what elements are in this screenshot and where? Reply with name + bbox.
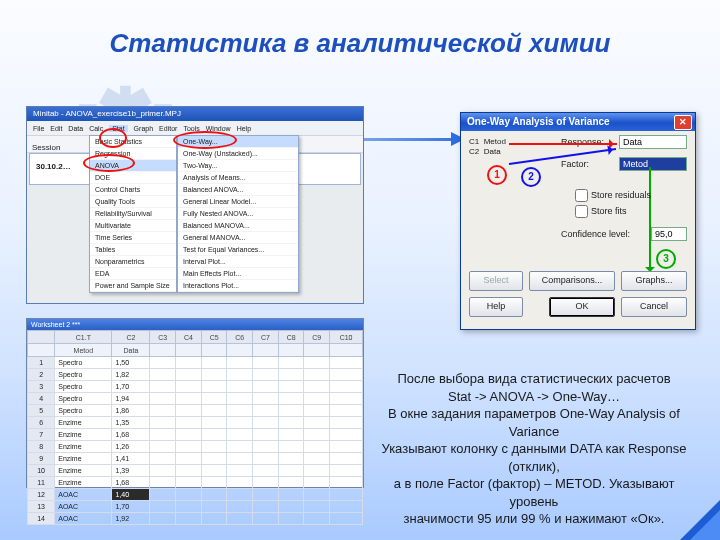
menu-item[interactable]: Help [237, 125, 251, 132]
menu-item[interactable]: Calc [89, 125, 103, 132]
menu-item[interactable]: Interval Plot... [178, 256, 298, 268]
response-input[interactable] [619, 135, 687, 149]
menu-item[interactable]: Graph [134, 125, 153, 132]
menu-item[interactable]: DOE [90, 172, 176, 184]
anova-dialog: One-Way Analysis of Variance ✕ C1 Metod … [460, 112, 696, 330]
menu-item[interactable]: Data [68, 125, 83, 132]
store-fits-checkbox[interactable]: Store fits [575, 205, 627, 218]
worksheet: Worksheet 2 *** C1.TC2C3C4C5C6C7C8C9C10M… [26, 318, 364, 488]
menu-item[interactable]: Nonparametrics [90, 256, 176, 268]
corner-decoration-inner [690, 510, 720, 540]
close-icon[interactable]: ✕ [674, 115, 692, 130]
callout-2: 2 [521, 167, 541, 187]
columns-list: C1 Metod C2 Data [469, 137, 506, 157]
confidence-label: Confidence level: [561, 229, 630, 239]
menu-item[interactable]: Edit [50, 125, 62, 132]
oneway-item-highlight [173, 131, 237, 149]
menu-item[interactable]: Analysis of Means... [178, 172, 298, 184]
ok-button[interactable]: OK [549, 297, 615, 317]
factor-input[interactable] [619, 157, 687, 171]
menu-item[interactable]: General MANOVA... [178, 232, 298, 244]
comparisons-button[interactable]: Comparisons... [529, 271, 615, 291]
menu-item[interactable]: Tables [90, 244, 176, 256]
menu-item[interactable]: Fully Nested ANOVA... [178, 208, 298, 220]
menu-item[interactable]: Balanced ANOVA... [178, 184, 298, 196]
menu-item[interactable]: Main Effects Plot... [178, 268, 298, 280]
session-label: Session [32, 143, 60, 152]
dialog-title: One-Way Analysis of Variance [467, 116, 610, 127]
anova-submenu: One-Way...One-Way (Unstacked)...Two-Way.… [177, 135, 299, 293]
slide-title: Статистика в аналитической химии [0, 28, 720, 59]
callout-3: 3 [656, 249, 676, 269]
menu-item[interactable]: One-Way (Unstacked)... [178, 148, 298, 160]
menu-item[interactable]: File [33, 125, 44, 132]
menu-item[interactable]: Balanced MANOVA... [178, 220, 298, 232]
menu-item[interactable]: General Linear Model... [178, 196, 298, 208]
menu-item[interactable]: Time Series [90, 232, 176, 244]
menu-item[interactable]: Multivariate [90, 220, 176, 232]
stat-menu-highlight [99, 128, 127, 148]
worksheet-table: C1.TC2C3C4C5C6C7C8C9C10MetodData1Spectro… [27, 330, 363, 525]
confidence-input[interactable] [651, 227, 687, 241]
description-text: После выбора вида статистических расчето… [372, 370, 696, 528]
menu-item[interactable]: Interactions Plot... [178, 280, 298, 292]
arrow-factor-to-ok [649, 167, 651, 275]
app-titlebar: Minitab - ANOVA_exercise1b_primer.MPJ [27, 107, 363, 121]
menu-item[interactable]: Two-Way... [178, 160, 298, 172]
menu-item[interactable]: Test for Equal Variances... [178, 244, 298, 256]
session-timestamp: 30.10.2… [36, 162, 71, 171]
anova-item-highlight [83, 154, 135, 172]
menu-item[interactable]: Control Charts [90, 184, 176, 196]
app-window: Minitab - ANOVA_exercise1b_primer.MPJ Fi… [26, 106, 364, 304]
response-label: Response: [561, 137, 604, 147]
menu-item[interactable]: Reliability/Survival [90, 208, 176, 220]
arrow-data-to-response [509, 143, 617, 145]
factor-label: Factor: [561, 159, 589, 169]
cancel-button[interactable]: Cancel [621, 297, 687, 317]
worksheet-title: Worksheet 2 *** [27, 319, 363, 330]
graphs-button[interactable]: Graphs... [621, 271, 687, 291]
select-button[interactable]: Select [469, 271, 523, 291]
menu-item[interactable]: Quality Tools [90, 196, 176, 208]
callout-1: 1 [487, 165, 507, 185]
store-residuals-checkbox[interactable]: Store residuals [575, 189, 651, 202]
help-button[interactable]: Help [469, 297, 523, 317]
menu-item[interactable]: EDA [90, 268, 176, 280]
menu-item[interactable]: Power and Sample Size [90, 280, 176, 292]
menu-item[interactable]: Editor [159, 125, 177, 132]
dialog-titlebar: One-Way Analysis of Variance ✕ [461, 113, 695, 131]
slide: ❆ Статистика в аналитической химии Minit… [0, 0, 720, 540]
